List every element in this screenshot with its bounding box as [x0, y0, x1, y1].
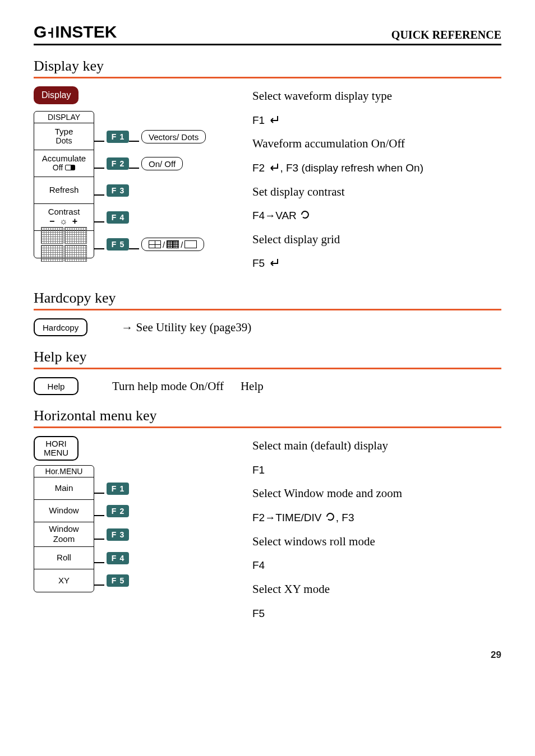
grid-dots-icon: [167, 240, 179, 248]
quick-reference-label: QUICK REFERENCE: [391, 29, 501, 41]
menu-label: XY: [58, 576, 70, 585]
fkey-label: F2: [252, 162, 265, 174]
desc-text: Waveform accumulation On/Off: [252, 134, 501, 154]
menu-item-grid: [34, 231, 94, 258]
option-on-off: On/ Off: [141, 157, 183, 170]
display-menu: DISPLAY Type Dots Accumulate Off Refresh…: [34, 111, 94, 258]
f4-tag[interactable]: F4: [107, 211, 129, 224]
section-title: Help key: [34, 349, 501, 365]
fkey-label: F5: [252, 257, 265, 269]
section-rule: [34, 77, 501, 78]
fkey-label: F4: [252, 210, 265, 221]
menu-item-main: Main: [34, 477, 94, 500]
f5-tag[interactable]: F5: [107, 238, 129, 251]
menu-item-window: Window: [34, 500, 94, 522]
section-rule: [34, 368, 501, 369]
tail-text: , F3: [336, 512, 354, 523]
menu-sublabel: Dots: [56, 136, 72, 145]
desc-text: Set display contrast: [252, 182, 501, 202]
enter-icon: [268, 163, 280, 173]
enter-icon: [268, 258, 280, 268]
timediv-label: TIME/DIV: [275, 512, 321, 523]
f1-tag[interactable]: F1: [107, 483, 129, 495]
menu-label: Type: [55, 127, 73, 136]
menu-item-refresh: Refresh: [34, 177, 94, 204]
desc-text: Select windows roll mode: [252, 532, 501, 551]
hardcopy-note: → See Utility key (page39): [121, 321, 251, 335]
option-grid-icons: / /: [141, 238, 204, 251]
desc-text: Select display grid: [252, 230, 501, 249]
hardcopy-key[interactable]: Hardcopy: [34, 318, 87, 336]
f4-tag[interactable]: F4: [107, 552, 129, 564]
fkey-label: F1: [252, 464, 265, 476]
hori-menu-key[interactable]: HORI MENU: [34, 436, 79, 461]
key-label-line2: MENU: [44, 448, 68, 457]
f3-tag[interactable]: F3: [107, 528, 129, 541]
desc-text: Select Window mode and zoom: [252, 484, 501, 503]
desc-text: Select XY mode: [252, 579, 501, 599]
help-desc: Turn help mode On/Off: [112, 379, 224, 393]
f3-tag[interactable]: F3: [107, 184, 129, 197]
menu-item-window-zoom: Window Zoom: [34, 522, 94, 547]
fkey-label: F2: [252, 512, 265, 523]
menu-label: Main: [55, 483, 73, 493]
horizontal-descriptions: Select main (default) display F1 Select …: [252, 436, 501, 627]
option-vectors-dots: Vectors/ Dots: [141, 130, 206, 143]
menu-item-type: Type Dots: [34, 123, 94, 150]
menu-label: Window: [49, 505, 79, 515]
contrast-icons: − ☼ +: [49, 216, 79, 226]
display-key-section: Display key Display DISPLAY Type Dots Ac…: [34, 58, 501, 277]
page-number: 29: [34, 650, 501, 661]
fkey-label: F5: [252, 607, 265, 619]
help-key[interactable]: Help: [34, 377, 79, 395]
horizontal-menu: Hor.MENU Main Window Window Zoom Roll XY: [34, 465, 94, 592]
grid-frame-icon: [185, 240, 197, 248]
knob-icon: [299, 209, 311, 220]
menu-label: Window: [49, 524, 79, 534]
desc-text: Select main (default) display: [252, 436, 501, 456]
grid-thumb-icon: [64, 227, 87, 244]
knob-icon: [325, 511, 336, 522]
enter-icon: [268, 115, 280, 125]
menu-label: Roll: [57, 553, 71, 562]
display-key[interactable]: Display: [34, 86, 79, 104]
toggle-icon: [65, 165, 75, 170]
var-label: VAR: [275, 210, 297, 221]
brand-logo: G⫞INSTEK: [34, 22, 117, 41]
tail-text: , F3 (display refresh when On): [280, 162, 423, 174]
menu-label: Accumulate: [42, 154, 86, 163]
fkey-label: F4: [252, 559, 265, 571]
horizontal-menu-section: Horizontal menu key HORI MENU Hor.MENU M…: [34, 407, 501, 627]
help-key-section: Help key Help Turn help mode On/Off Help: [34, 349, 501, 395]
page-header: G⫞INSTEK QUICK REFERENCE: [34, 22, 501, 45]
section-rule: [34, 309, 501, 310]
section-title: Display key: [34, 58, 501, 75]
section-title: Horizontal menu key: [34, 407, 501, 424]
menu-label: Refresh: [49, 185, 79, 194]
section-rule: [34, 426, 501, 428]
hardcopy-key-section: Hardcopy key Hardcopy → See Utility key …: [34, 290, 501, 336]
grid-thumb-icon: [64, 245, 87, 262]
menu-header: DISPLAY: [34, 112, 94, 123]
menu-label: Contrast: [48, 207, 80, 216]
grid-thumb-icon: [41, 245, 63, 262]
menu-sublabel: Zoom: [53, 534, 75, 544]
grid-full-icon: [149, 240, 161, 248]
menu-header: Hor.MENU: [34, 466, 94, 477]
help-label: Help: [241, 379, 264, 393]
grid-thumb-icon: [41, 227, 63, 244]
f2-tag[interactable]: F2: [107, 157, 129, 170]
menu-sublabel: Off: [53, 163, 75, 172]
menu-item-xy: XY: [34, 569, 94, 592]
f5-tag[interactable]: F5: [107, 574, 129, 587]
menu-item-roll: Roll: [34, 547, 94, 569]
menu-item-accumulate: Accumulate Off: [34, 150, 94, 177]
f1-tag[interactable]: F1: [107, 131, 129, 143]
desc-text: Select waveform display type: [252, 86, 501, 106]
section-title: Hardcopy key: [34, 290, 501, 307]
fkey-label: F1: [252, 114, 265, 126]
display-descriptions: Select waveform display type F1 Waveform…: [252, 86, 501, 277]
key-label-line1: HORI: [44, 439, 68, 448]
f2-tag[interactable]: F2: [107, 505, 129, 517]
